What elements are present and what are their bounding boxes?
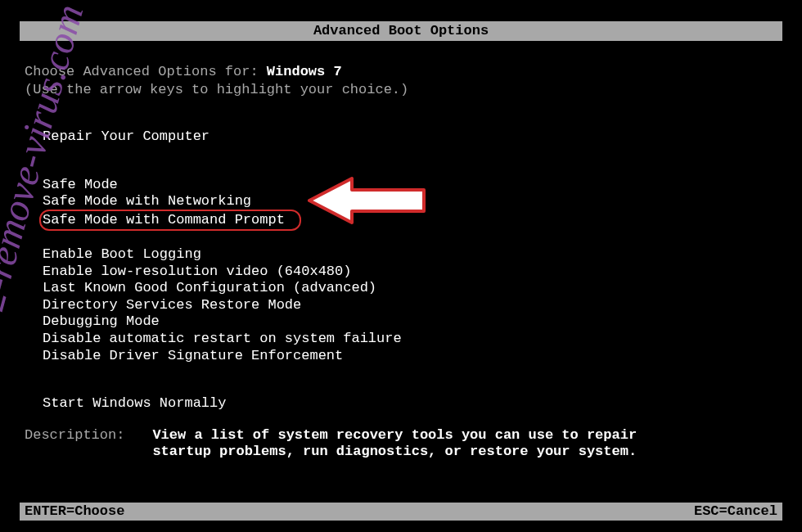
option-enable-low-res-video[interactable]: Enable low-resolution video (640x480) <box>43 264 777 280</box>
footer-bar: ENTER=Choose ESC=Cancel <box>20 503 782 521</box>
option-disable-driver-sig[interactable]: Disable Driver Signature Enforcement <box>43 348 777 364</box>
option-last-known-good-config[interactable]: Last Known Good Configuration (advanced) <box>43 280 777 296</box>
os-choose-label: Choose Advanced Options for: <box>25 64 267 79</box>
content-area: Choose Advanced Options for: Windows 7 (… <box>25 64 777 412</box>
option-directory-services-restore[interactable]: Directory Services Restore Mode <box>43 297 777 313</box>
title-bar: Advanced Boot Options <box>20 21 782 41</box>
option-safe-mode-command-prompt[interactable]: Safe Mode with Command Prompt <box>43 212 285 228</box>
option-debugging-mode[interactable]: Debugging Mode <box>43 313 777 330</box>
option-safe-mode[interactable]: Safe Mode <box>43 177 777 193</box>
os-name: Windows 7 <box>267 64 342 79</box>
option-safe-mode-networking[interactable]: Safe Mode with Networking <box>43 193 777 210</box>
description-label: Description: <box>25 427 124 459</box>
page-title: Advanced Boot Options <box>313 23 489 39</box>
description-block: Description: View a list of system recov… <box>25 427 777 459</box>
description-text: View a list of system recovery tools you… <box>152 427 676 459</box>
option-disable-auto-restart[interactable]: Disable automatic restart on system fail… <box>43 331 777 347</box>
footer-enter-hint: ENTER=Choose <box>25 503 124 520</box>
highlight-box: Safe Mode with Command Prompt <box>39 210 301 232</box>
os-choose-line: Choose Advanced Options for: Windows 7 <box>25 64 777 80</box>
arrow-key-hint: (Use the arrow keys to highlight your ch… <box>25 82 777 98</box>
option-repair-your-computer[interactable]: Repair Your Computer <box>43 128 777 145</box>
boot-options-list: Repair Your Computer Safe Mode Safe Mode… <box>25 128 777 412</box>
footer-esc-hint: ESC=Cancel <box>694 503 777 520</box>
option-start-windows-normally[interactable]: Start Windows Normally <box>43 395 777 412</box>
option-enable-boot-logging[interactable]: Enable Boot Logging <box>43 246 777 263</box>
